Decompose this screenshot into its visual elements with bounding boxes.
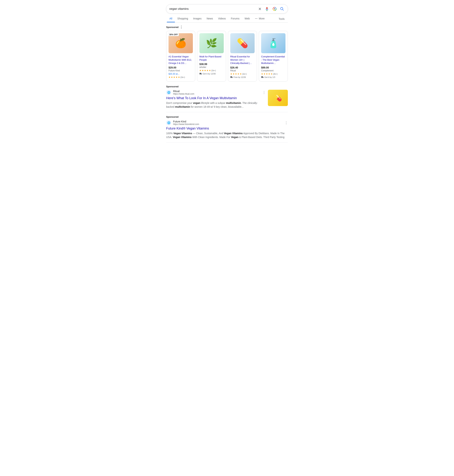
delivery-info-2: Get it by 12/30 xyxy=(199,72,224,75)
svg-line-5 xyxy=(283,9,283,10)
sponsored-ad-futurekind: Sponsored 🌐 Future Kind https://www.futu… xyxy=(166,115,288,143)
voice-search-button[interactable] xyxy=(264,6,270,12)
product-stars-4: ★★★★★ (2k+) xyxy=(261,73,286,75)
product-card-1[interactable]: 30% OFF 🍊 #1 Essential Vegan Multivitami… xyxy=(166,31,195,82)
product-title-1[interactable]: #1 Essential Vegan Multivitamin With B12… xyxy=(168,55,193,65)
search-bar: vegan vitamins xyxy=(166,4,288,14)
search-icons xyxy=(257,6,285,12)
sponsored-menu-1[interactable]: ⋮ xyxy=(180,25,183,29)
product-card-2[interactable]: 🌿 Multi for Plant-Based People $38.99 wh… xyxy=(197,31,226,82)
ad-source-futurekind: Future Kind https://www.futurekind.com xyxy=(173,120,283,126)
sponsored-label-1: Sponsored ⋮ xyxy=(166,25,288,29)
product-image-4: 🧴 xyxy=(261,33,286,53)
clear-button[interactable] xyxy=(257,7,262,11)
lens-search-button[interactable] xyxy=(272,6,278,12)
product-seller-2: wholier xyxy=(199,66,224,68)
product-title-4[interactable]: Complement Essential - The Best Vegan Mu… xyxy=(261,55,286,65)
tools-button[interactable]: Tools xyxy=(276,16,287,22)
product-seller-3: Ritual xyxy=(230,69,255,72)
search-button[interactable] xyxy=(279,6,285,12)
product-discount-1[interactable]: $20.30 at... xyxy=(168,73,193,75)
ad-favicon-futurekind: 🌐 xyxy=(166,120,171,125)
product-card-3[interactable]: 💊 Ritual Essential for Women 18+ | Clini… xyxy=(228,31,257,82)
tab-forums[interactable]: Forums xyxy=(228,15,242,22)
ad-source-ritual: Ritual https://www.ritual.com xyxy=(173,90,261,95)
ad-header-futurekind: 🌐 Future Kind https://www.futurekind.com… xyxy=(166,120,288,126)
ad-description-futurekind: 100% Vegan Vitamins — Clean, Sustainable… xyxy=(166,131,288,139)
product-image-2: 🌿 xyxy=(199,33,224,53)
product-title-2[interactable]: Multi for Plant-Based People xyxy=(199,55,224,61)
sponsored-label-3: Sponsored xyxy=(166,115,288,118)
svg-point-7 xyxy=(256,18,257,19)
product-seller-1: Future Kind xyxy=(168,69,193,72)
product-price-2: $38.99 xyxy=(199,63,224,66)
product-image-3: 💊 xyxy=(230,33,255,53)
product-title-3[interactable]: Ritual Essential for Women 18+ | Clinica… xyxy=(230,55,255,65)
tab-shopping[interactable]: Shopping xyxy=(175,15,191,22)
product-image-1: 🍊 xyxy=(168,33,193,53)
product-stars-3: ★★★★★ (1k+) xyxy=(230,73,255,75)
delivery-info-3: Free by 12/26 xyxy=(230,76,255,78)
product-price-4: $89.00 xyxy=(261,66,286,69)
tab-more[interactable]: More xyxy=(252,15,267,22)
product-stars-2: ★★★★★ (1k+) xyxy=(199,69,224,72)
tab-images[interactable]: Images xyxy=(191,15,204,22)
ad-image-ritual: 💊 xyxy=(268,90,288,106)
search-nav: All Shopping Images News Videos Forums W… xyxy=(166,15,288,23)
tab-videos[interactable]: Videos xyxy=(216,15,228,22)
sponsored-label-2: Sponsored xyxy=(166,85,288,88)
svg-point-3 xyxy=(274,8,275,9)
delivery-info-4: Get it by 1/3 xyxy=(261,76,286,78)
ad-favicon-ritual: 🌐 xyxy=(166,90,171,95)
search-input[interactable]: vegan vitamins xyxy=(169,7,257,11)
ad-menu-futurekind[interactable]: ⋮ xyxy=(285,121,288,125)
product-price-1: $29.00 xyxy=(168,66,193,69)
product-seller-4: Complement xyxy=(261,69,286,72)
ad-menu-ritual[interactable]: ⋮ xyxy=(262,91,266,94)
product-price-3: $26.40 xyxy=(230,66,255,69)
ad-header-ritual: 🌐 Ritual https://www.ritual.com ⋮ xyxy=(166,90,266,95)
svg-point-6 xyxy=(255,18,256,19)
tab-all[interactable]: All xyxy=(167,15,175,22)
product-stars-1: ★★★★★ (1k+) xyxy=(168,76,193,78)
svg-point-8 xyxy=(257,18,257,19)
ad-title-futurekind[interactable]: Future Kind® Vegan Vitamins xyxy=(166,127,288,130)
tab-news[interactable]: News xyxy=(204,15,216,22)
discount-badge-1: 30% OFF xyxy=(168,33,179,36)
tab-web[interactable]: Web xyxy=(242,15,252,22)
sponsored-ad-ritual: Sponsored 💊 🌐 Ritual https://www.ritual.… xyxy=(166,85,288,112)
product-card-4[interactable]: 🧴 Complement Essential - The Best Vegan … xyxy=(259,31,288,82)
product-cards: 30% OFF 🍊 #1 Essential Vegan Multivitami… xyxy=(166,31,288,82)
